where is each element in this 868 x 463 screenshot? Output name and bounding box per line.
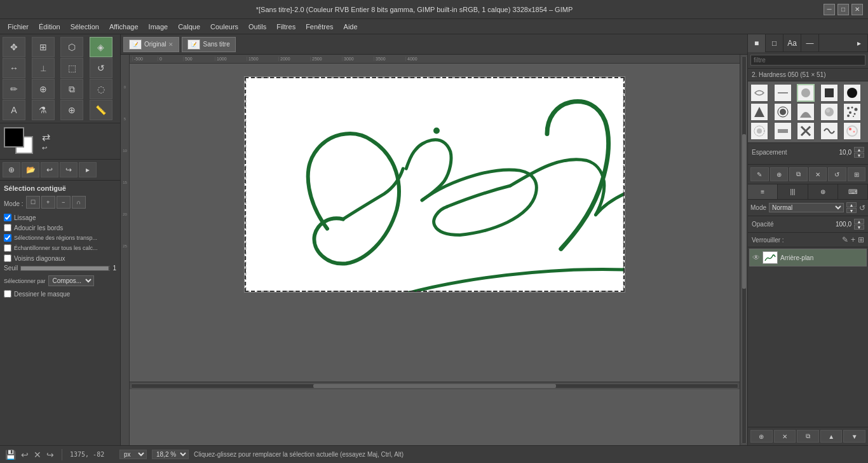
ltab-channels[interactable]: ||| — [778, 184, 808, 199]
redo-btn[interactable]: ↪ — [46, 450, 54, 460]
tool-paint[interactable]: ✏ — [3, 79, 25, 99]
ltab-paths[interactable]: ⊛ — [808, 184, 838, 199]
brush-item-14[interactable] — [820, 122, 838, 140]
swap-colors-icon[interactable]: ⇄ — [42, 131, 50, 143]
tool-move[interactable]: ✥ — [3, 37, 25, 57]
ltab-layers[interactable]: ≡ — [748, 184, 778, 199]
open-image-icon[interactable]: 📂 — [22, 162, 39, 177]
lock-all-icon[interactable]: ⊞ — [858, 235, 864, 244]
adoucir-check[interactable] — [4, 224, 11, 232]
tool-zoom[interactable]: ⊕ — [60, 100, 83, 120]
more-icon[interactable]: ▸ — [79, 162, 97, 177]
lissage-check[interactable] — [4, 214, 11, 221]
mode-select[interactable]: Normal — [769, 203, 844, 212]
layer-visibility-icon[interactable]: 👁 — [752, 253, 760, 262]
menu-filtres[interactable]: Filtres — [271, 22, 301, 32]
maximize-button[interactable]: □ — [837, 4, 849, 15]
brush-item-8[interactable] — [797, 103, 815, 121]
tab-sans-titre[interactable]: 📝 Sans titre — [182, 37, 235, 52]
tool-measure[interactable]: 📏 — [90, 100, 112, 120]
tool-transform[interactable]: ↺ — [90, 58, 112, 78]
undo-btn[interactable]: ↩ — [21, 450, 29, 460]
mode-spinner[interactable]: ▲ ▼ — [846, 202, 857, 213]
brush-item-9[interactable] — [820, 103, 838, 121]
menu-image[interactable]: Image — [144, 22, 173, 32]
select-by-dropdown[interactable]: Compos... — [48, 275, 94, 286]
rpanel-tab-brushes[interactable]: ■ — [748, 34, 766, 52]
brush-item-6[interactable] — [750, 103, 768, 121]
layer-down-btn[interactable]: ▼ — [843, 430, 865, 443]
tool-blur[interactable]: ◌ — [90, 79, 112, 99]
menu-calque[interactable]: Calque — [173, 22, 205, 32]
tab-original[interactable]: 📝 Original ✕ — [123, 37, 179, 52]
clear-btn[interactable]: ✕ — [34, 450, 41, 460]
tab-original-close[interactable]: ✕ — [168, 41, 173, 48]
brush-settings-btn[interactable]: ⊞ — [848, 167, 866, 181]
layer-del-btn[interactable]: ✕ — [774, 430, 796, 443]
drawing-canvas[interactable] — [244, 76, 625, 293]
menu-fenetres[interactable]: Fenêtres — [301, 22, 338, 32]
draw-mask-check[interactable] — [4, 290, 11, 298]
rpanel-tab-fonts[interactable]: Aa — [783, 34, 801, 52]
layer-dup-btn[interactable]: ⧉ — [797, 430, 819, 443]
h-scrollbar[interactable] — [130, 382, 740, 389]
menu-outils[interactable]: Outils — [243, 22, 271, 32]
brush-item-7[interactable] — [774, 103, 792, 121]
tool-scale[interactable]: ↔ — [3, 58, 25, 78]
tool-free-select[interactable]: ⬡ — [60, 37, 83, 57]
v-scrollbar[interactable] — [740, 55, 747, 445]
tool-perspective[interactable]: ⬚ — [60, 58, 83, 78]
brush-filter-input[interactable] — [750, 55, 865, 66]
minimize-button[interactable]: ─ — [824, 4, 835, 15]
layer-add-btn[interactable]: ⊕ — [750, 430, 773, 443]
brush-dup-btn[interactable]: ⧉ — [789, 167, 808, 181]
rpanel-tab-patterns[interactable]: □ — [766, 34, 783, 52]
tool-eyedropper[interactable]: ⚗ — [32, 100, 55, 120]
spacing-spinner[interactable]: ▲ ▼ — [854, 147, 864, 158]
brush-item-1[interactable] — [750, 84, 768, 102]
canvas-scroll[interactable]: -500 0 500 1000 1500 2000 2500 3000 3500… — [130, 55, 740, 445]
redo-icon[interactable]: ↪ — [60, 162, 78, 177]
rpanel-tab-settings[interactable]: ▸ — [850, 34, 868, 52]
foreground-color[interactable] — [4, 127, 24, 148]
mode-replace[interactable]: ☐ — [26, 196, 40, 209]
refresh-icon[interactable]: ↺ — [859, 204, 865, 212]
brush-refresh-btn[interactable]: ↺ — [828, 167, 846, 181]
ltab-undo[interactable]: ⌨ — [838, 184, 868, 199]
layer-up-btn[interactable]: ▲ — [820, 430, 843, 443]
menu-edition[interactable]: Édition — [34, 22, 65, 32]
tool-clone[interactable]: ⧉ — [60, 79, 83, 99]
brush-item-2[interactable] — [774, 84, 792, 102]
layer-item-background[interactable]: 👁 Arrière-plan — [749, 249, 867, 266]
brush-new-btn[interactable]: ⊕ — [770, 167, 789, 181]
opacity-spinner[interactable]: ▲ ▼ — [854, 219, 864, 230]
menu-affichage[interactable]: Affichage — [104, 22, 144, 32]
lock-paint-icon[interactable]: ✎ — [842, 235, 848, 244]
tool-text[interactable]: A — [3, 100, 25, 120]
zoom-select[interactable]: 18,2 % 25 % 50 % 100 % — [152, 450, 189, 459]
mode-add[interactable]: + — [41, 196, 55, 209]
reset-colors-icon[interactable]: ↩ — [42, 144, 50, 151]
save-btn[interactable]: 💾 — [5, 450, 16, 460]
undo-icon[interactable]: ↩ — [41, 162, 58, 177]
brush-item-10[interactable] — [843, 103, 861, 121]
brush-item-3[interactable] — [797, 84, 815, 102]
lock-pos-icon[interactable]: + — [851, 235, 855, 244]
menu-selection[interactable]: Sélection — [65, 22, 104, 32]
menu-couleurs[interactable]: Couleurs — [205, 22, 243, 32]
brush-del-btn[interactable]: ✕ — [809, 167, 827, 181]
mode-subtract[interactable]: − — [57, 196, 71, 209]
menu-aide[interactable]: Aide — [339, 22, 363, 32]
tool-heal[interactable]: ⊕ — [32, 79, 55, 99]
new-image-icon[interactable]: ⊕ — [3, 162, 20, 177]
echant-check[interactable] — [4, 244, 11, 252]
brush-item-4[interactable] — [820, 84, 838, 102]
unit-select[interactable]: px % mm — [119, 450, 147, 459]
tool-fuzzy-select[interactable]: ◈ — [90, 37, 112, 57]
brush-item-15[interactable] — [843, 122, 861, 140]
transp-check[interactable] — [4, 234, 11, 242]
close-button[interactable]: ✕ — [851, 4, 863, 15]
menu-fichier[interactable]: Fichier — [3, 22, 34, 32]
brush-item-11[interactable] — [750, 122, 768, 140]
mode-intersect[interactable]: ∩ — [72, 196, 86, 209]
